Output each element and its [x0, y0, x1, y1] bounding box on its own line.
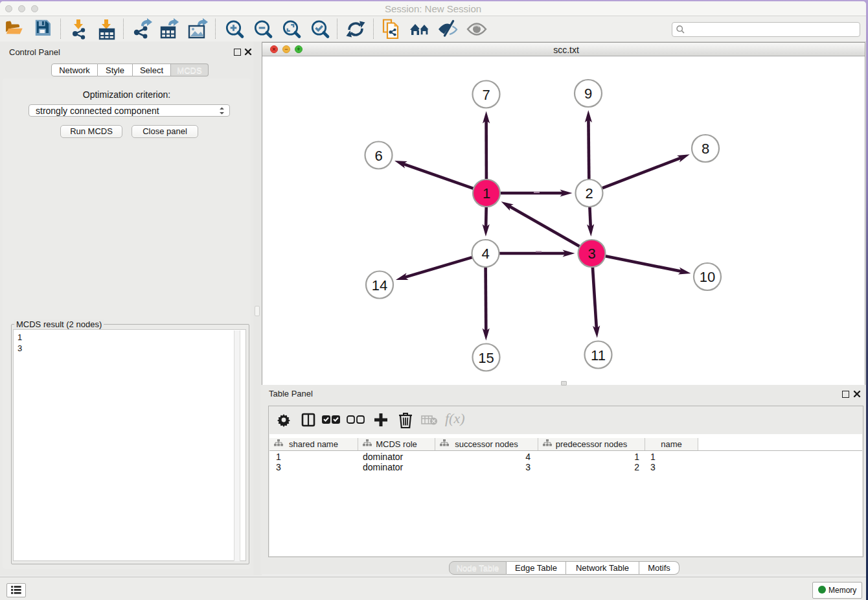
svg-text:2: 2 [585, 185, 593, 202]
svg-text:10: 10 [700, 269, 715, 285]
svg-text:4: 4 [481, 246, 489, 262]
svg-text:14: 14 [372, 277, 387, 294]
svg-text:15: 15 [478, 350, 494, 366]
svg-text:3: 3 [588, 246, 595, 262]
svg-text:6: 6 [374, 148, 382, 164]
svg-text:11: 11 [591, 347, 606, 363]
svg-text:8: 8 [702, 141, 709, 157]
svg-text:7: 7 [482, 87, 490, 103]
svg-text:9: 9 [584, 86, 592, 102]
svg-text:1: 1 [483, 185, 490, 202]
